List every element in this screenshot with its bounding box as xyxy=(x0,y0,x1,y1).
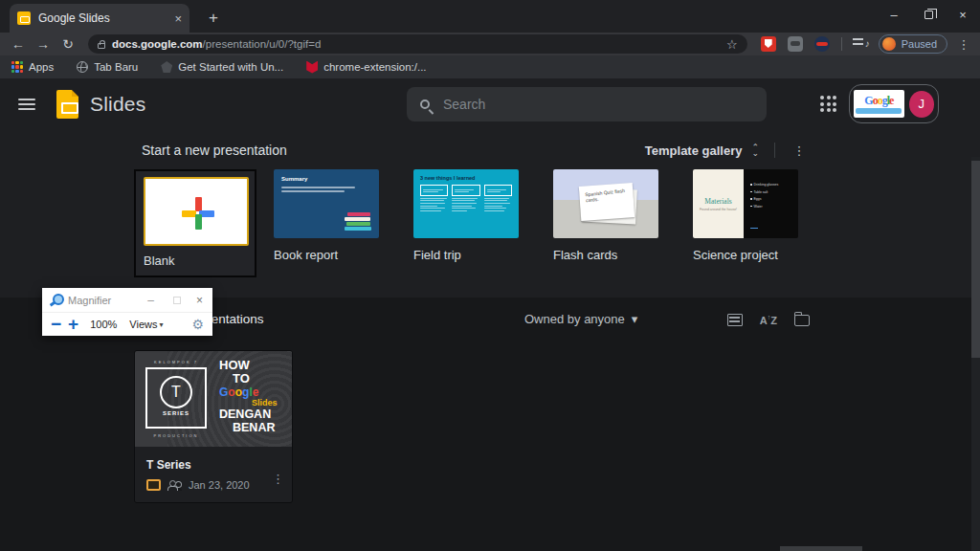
bookmark-star-icon[interactable]: ☆ xyxy=(726,37,738,52)
vertical-scrollbar[interactable] xyxy=(971,157,980,551)
search-input[interactable] xyxy=(443,97,753,112)
mini-slide-heading: Spanish Quiz flash cards. xyxy=(585,187,628,204)
sync-paused-button[interactable]: Paused xyxy=(879,34,947,54)
slides-file-icon xyxy=(146,479,161,491)
browser-tab[interactable]: Google Slides × xyxy=(10,4,189,33)
template-flash-cards-cell[interactable]: Spanish Quiz flash cards. Flash cards xyxy=(553,169,693,262)
address-bar[interactable]: docs.google.com/presentation/u/0/?tgif=d… xyxy=(88,34,747,54)
bookmark-apps[interactable]: Apps xyxy=(11,61,54,73)
horizontal-scrollbar-thumb[interactable] xyxy=(780,546,862,551)
bookmark-chrome-extension[interactable]: chrome-extension:/... xyxy=(306,61,426,74)
magnifier-app-icon xyxy=(50,294,62,306)
window-close-button[interactable]: × xyxy=(946,0,980,29)
presentation-card-footer: T Series Jan 23, 2020 ⋮ xyxy=(135,447,292,502)
bookmark-favicon-icon xyxy=(161,61,172,73)
extension-shield-icon[interactable] xyxy=(761,36,776,52)
thumb-title-text: HOW TO Google Slides DENGAN BENAR xyxy=(219,359,290,434)
presentation-card[interactable]: KELOMPOK 7 T SERIES PRODUCTION HOW TO Go… xyxy=(134,350,293,503)
template-book-report-cell[interactable]: Summary Book report xyxy=(274,169,413,262)
template-field-trip-thumbnail[interactable]: 3 new things I learned xyxy=(413,169,519,238)
window-restore-button[interactable] xyxy=(911,0,946,29)
google-doodle-logo: Google xyxy=(854,90,904,118)
template-flash-cards-thumbnail[interactable]: Spanish Quiz flash cards. xyxy=(553,169,658,238)
profile-box[interactable]: Google J xyxy=(849,84,939,123)
extension-robot-icon[interactable] xyxy=(788,36,803,52)
science-bullet-list: Drinking glasses Table salt Eggs Water xyxy=(750,183,792,211)
template-blank-thumbnail[interactable] xyxy=(144,177,249,246)
owned-by-filter[interactable]: Owned by anyone ▾ xyxy=(524,312,637,326)
tab-close-icon[interactable]: × xyxy=(174,11,182,26)
zoom-out-button[interactable]: − xyxy=(51,316,61,333)
bookmark-get-started[interactable]: Get Started with Un... xyxy=(161,61,283,73)
views-dropdown[interactable]: Views xyxy=(129,319,157,330)
chrome-menu-button[interactable]: ⋮ xyxy=(955,37,972,52)
template-label: Field trip xyxy=(413,248,553,262)
t-series-letter: T xyxy=(160,376,192,408)
template-label: Science project xyxy=(693,248,833,262)
magnifier-minimize-button[interactable]: – xyxy=(142,294,160,307)
template-field-trip-cell[interactable]: 3 new things I learned Field trip xyxy=(413,169,553,262)
open-file-picker-icon[interactable] xyxy=(794,315,810,326)
thumb-bottom-caption: PRODUCTION xyxy=(139,433,213,438)
template-gallery-button[interactable]: Template gallery xyxy=(645,143,743,158)
magnifier-window[interactable]: Magnifier – × − + 100% Views ▾ ⚙ xyxy=(42,288,212,336)
browser-frame-bar: Google Slides × + – × xyxy=(0,0,980,33)
list-view-icon[interactable] xyxy=(727,314,743,326)
template-science-project-cell[interactable]: Materials Found around the house! Drinki… xyxy=(693,169,833,262)
expand-collapse-icon[interactable]: ⌃⌄ xyxy=(751,144,759,156)
template-science-project-thumbnail[interactable]: Materials Found around the house! Drinki… xyxy=(693,169,798,238)
mini-slide-heading: Materials xyxy=(704,197,731,206)
divider xyxy=(774,143,775,158)
mini-slide-heading: Summary xyxy=(281,176,371,182)
magnifier-toolbar: − + 100% Views ▾ ⚙ xyxy=(42,312,212,336)
url-text: docs.google.com/presentation/u/0/?tgif=d xyxy=(112,38,720,50)
presentation-title: T Series xyxy=(146,458,280,472)
field-trip-columns xyxy=(420,185,512,211)
template-cards-row: Blank Summary Book report xyxy=(134,169,833,277)
bookmark-tab-baru[interactable]: Tab Baru xyxy=(77,61,138,73)
extension-mask-icon[interactable] xyxy=(814,36,830,52)
template-book-report-thumbnail[interactable]: Summary xyxy=(274,169,379,238)
magnifier-close-button[interactable]: × xyxy=(194,294,205,307)
mini-slide-heading: 3 new things I learned xyxy=(420,175,512,181)
science-left-panel: Materials Found around the house! xyxy=(693,169,744,238)
template-section-title: Start a new presentation xyxy=(142,143,287,158)
zoom-in-button[interactable]: + xyxy=(68,316,78,333)
toolbar-separator xyxy=(841,37,842,51)
presentation-date: Jan 23, 2020 xyxy=(189,479,250,491)
reload-button[interactable]: ↻ xyxy=(57,36,78,52)
account-avatar[interactable]: J xyxy=(909,91,934,118)
new-presentation-plus-icon xyxy=(182,197,214,230)
template-blank-cell[interactable]: Blank xyxy=(134,169,256,277)
vertical-scrollbar-thumb[interactable] xyxy=(971,161,980,358)
new-tab-button[interactable]: + xyxy=(201,6,226,31)
globe-icon xyxy=(77,61,88,73)
zoom-level: 100% xyxy=(90,319,117,330)
search-box[interactable] xyxy=(407,87,767,121)
window-minimize-button[interactable]: – xyxy=(877,0,911,29)
magnifier-maximize-button[interactable] xyxy=(173,297,181,304)
slides-logo-icon[interactable] xyxy=(56,90,78,119)
template-label: Book report xyxy=(274,248,413,262)
app-header: Slides Google J xyxy=(0,78,980,129)
magnifier-settings-icon[interactable]: ⚙ xyxy=(191,317,204,332)
google-apps-button[interactable] xyxy=(820,96,836,112)
presentation-thumbnail[interactable]: KELOMPOK 7 T SERIES PRODUCTION HOW TO Go… xyxy=(135,351,292,447)
presentation-more-button[interactable]: ⋮ xyxy=(272,472,284,486)
template-options-button[interactable]: ⋮ xyxy=(791,143,808,158)
search-icon xyxy=(420,99,430,109)
sort-az-icon[interactable]: A↑Z xyxy=(760,314,777,326)
window-controls: – × xyxy=(877,0,980,29)
screen: Google Slides × + – × ← → ↻ docs.google.… xyxy=(0,0,980,551)
media-controls-icon[interactable] xyxy=(853,37,868,51)
chevron-down-icon: ▾ xyxy=(160,320,164,329)
magnifier-titlebar[interactable]: Magnifier – × xyxy=(42,288,212,312)
back-button[interactable]: ← xyxy=(8,36,29,52)
bookmarks-bar: Apps Tab Baru Get Started with Un... chr… xyxy=(0,55,980,78)
tab-title: Google Slides xyxy=(38,11,167,25)
books-illustration xyxy=(345,211,371,231)
profile-paused-icon xyxy=(882,37,896,51)
view-controls: A↑Z xyxy=(727,309,810,330)
main-menu-button[interactable] xyxy=(18,99,35,110)
forward-button[interactable]: → xyxy=(33,36,54,52)
